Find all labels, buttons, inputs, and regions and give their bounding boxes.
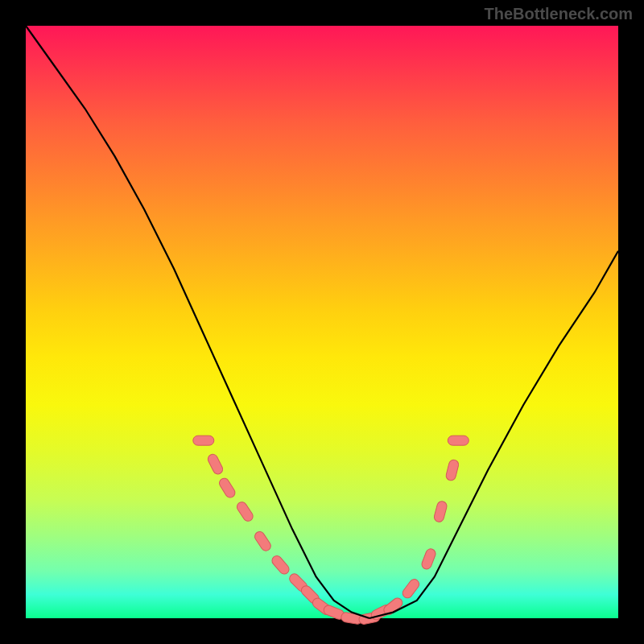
marker xyxy=(193,436,214,445)
marker xyxy=(235,500,254,522)
marker xyxy=(448,436,469,445)
curve-left xyxy=(26,26,369,618)
marker xyxy=(217,477,237,499)
chart-overlay xyxy=(26,26,618,618)
watermark-text: TheBottleneck.com xyxy=(485,5,633,23)
marker xyxy=(401,577,421,600)
marker xyxy=(270,554,291,576)
marker xyxy=(433,500,448,522)
marker xyxy=(253,530,272,552)
curve-right xyxy=(369,251,618,618)
marker xyxy=(445,459,460,481)
marker xyxy=(206,452,224,476)
marker xyxy=(420,547,437,571)
